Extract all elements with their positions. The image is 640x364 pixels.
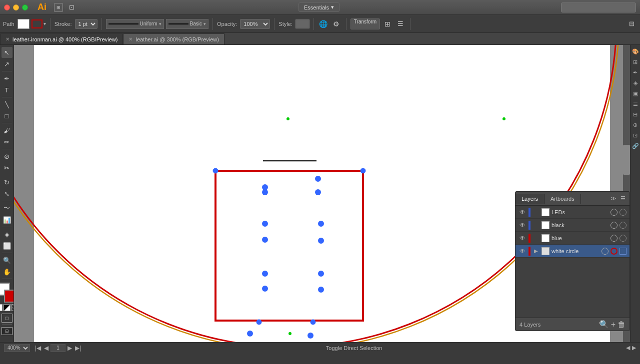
- opacity-select[interactable]: 100%: [240, 19, 270, 29]
- slice-tool[interactable]: ⬜: [2, 240, 12, 251]
- style-preview[interactable]: [296, 19, 310, 28]
- swatches-icon[interactable]: ⊞: [631, 57, 640, 66]
- svg-point-5: [502, 117, 506, 120]
- essentials-button[interactable]: Essentials ▾: [298, 2, 340, 12]
- zoom-select[interactable]: 400%: [4, 344, 30, 352]
- settings-icon[interactable]: ⚙: [331, 18, 342, 29]
- toolbar-icon-1[interactable]: ⊞: [54, 3, 63, 12]
- drawing-mode-icon[interactable]: ◻: [2, 314, 12, 323]
- layer-eye-black[interactable]: 👁: [518, 221, 526, 229]
- layers-expand-icon[interactable]: ≫: [610, 194, 618, 203]
- stroke-style-selector[interactable]: Basic ▾: [166, 19, 208, 29]
- tab-leather-ironman[interactable]: ✕ leather-ironman.ai @ 400% (RGB/Preview…: [0, 33, 123, 44]
- pencil-tool[interactable]: ✏: [2, 136, 12, 147]
- layer-target-white-circle[interactable]: [602, 248, 608, 255]
- stroke-color-selector[interactable]: [32, 19, 42, 28]
- layer-item-leds[interactable]: 👁 LEDs: [516, 206, 630, 219]
- status-actions: ◀ ▶: [626, 345, 636, 351]
- paintbrush-tool[interactable]: 🖌: [2, 125, 12, 136]
- layer-item-white-circle[interactable]: 👁 ▶ white circle: [516, 245, 630, 258]
- layer-expand-blue[interactable]: [532, 235, 540, 242]
- first-artboard-btn[interactable]: |◀: [34, 345, 42, 352]
- scale-tool[interactable]: ⤡: [2, 188, 12, 199]
- scrollbar-thumb[interactable]: [623, 145, 630, 175]
- zoom-tool[interactable]: 🔍: [2, 255, 12, 266]
- color-guide-icon[interactable]: 🎨: [631, 47, 640, 56]
- sep7: [410, 18, 410, 30]
- brush-icon[interactable]: ✒: [631, 68, 640, 77]
- warp-tool[interactable]: 〜: [2, 203, 12, 214]
- layer-target-blue[interactable]: [610, 235, 618, 242]
- toolbar-icon-2[interactable]: ⊡: [66, 2, 77, 13]
- layer-expand-white-circle[interactable]: ▶: [532, 248, 540, 255]
- align-icon[interactable]: ⊞: [382, 18, 393, 29]
- globe-icon[interactable]: 🌐: [318, 18, 329, 29]
- graphic-style-icon[interactable]: ▣: [631, 89, 640, 98]
- layers-tab[interactable]: Layers: [516, 194, 544, 204]
- transform-icon2[interactable]: ⊡: [631, 131, 640, 140]
- layers-menu-icon[interactable]: ☰: [620, 194, 626, 203]
- links-icon[interactable]: 🔗: [631, 141, 640, 150]
- pen-tool[interactable]: ✒: [2, 73, 12, 84]
- artboard-number[interactable]: 1: [50, 344, 66, 352]
- stroke-style-preview: [168, 23, 188, 24]
- appearance-icon[interactable]: ☰: [631, 99, 640, 108]
- status-arrow-right[interactable]: ▶: [632, 345, 636, 351]
- layer-eye-leds[interactable]: 👁: [518, 208, 526, 216]
- type-tool[interactable]: T: [2, 84, 12, 95]
- stroke-type-selector[interactable]: Uniform ▾: [106, 19, 164, 29]
- delete-layer-icon[interactable]: 🗑: [618, 321, 626, 329]
- rect-tool[interactable]: □: [2, 110, 12, 121]
- chevron-down-icon: ▾: [331, 4, 334, 10]
- layer-eye-blue[interactable]: 👁: [518, 234, 526, 242]
- scissors-tool[interactable]: ✂: [2, 162, 12, 173]
- search-layers-icon[interactable]: 🔍: [599, 321, 609, 329]
- direct-select-tool[interactable]: ↗: [2, 58, 12, 69]
- layer-item-blue[interactable]: 👁 blue: [516, 232, 630, 245]
- eraser-tool[interactable]: ⊘: [2, 151, 12, 162]
- align-icon2[interactable]: ⊟: [631, 110, 640, 119]
- minimize-button[interactable]: [13, 4, 19, 10]
- tab-close-2[interactable]: ✕: [128, 36, 132, 42]
- layer-item-black[interactable]: 👁 black: [516, 219, 630, 232]
- arrange-icon[interactable]: ☰: [395, 18, 406, 29]
- stroke-selector-arrow[interactable]: ▾: [44, 21, 46, 26]
- tab-leather[interactable]: ✕ leather.ai @ 300% (RGB/Preview): [123, 33, 224, 44]
- prev-artboard-btn[interactable]: ◀: [43, 345, 50, 352]
- stroke-swatch[interactable]: [4, 290, 14, 303]
- layer-eye-white-circle[interactable]: 👁: [518, 247, 526, 255]
- transform-button[interactable]: Transform: [350, 18, 380, 29]
- maximize-button[interactable]: [22, 4, 28, 10]
- next-artboard-btn[interactable]: ▶: [66, 345, 73, 352]
- layer-color-black: [528, 221, 530, 230]
- blend-tool[interactable]: ◈: [2, 229, 12, 240]
- color-icon[interactable]: □: [0, 304, 2, 311]
- layer-target-leds[interactable]: [610, 209, 618, 216]
- search-box[interactable]: [561, 2, 636, 12]
- grad-icon[interactable]: [4, 304, 10, 311]
- rotate-tool[interactable]: ↻: [2, 177, 12, 188]
- sep5: [314, 18, 314, 30]
- hand-tool[interactable]: ✋: [2, 266, 12, 277]
- pathfinder-icon[interactable]: ⊕: [631, 120, 640, 129]
- stroke-weight-select[interactable]: 1 pt: [75, 19, 98, 29]
- new-layer-icon[interactable]: +: [611, 321, 616, 329]
- status-arrow-left[interactable]: ◀: [626, 345, 630, 351]
- right-panel: 🎨 ⊞ ✒ ◈ ▣ ☰ ⊟ ⊕ ⊡ 🔗: [630, 45, 640, 342]
- last-artboard-btn[interactable]: ▶|: [74, 345, 82, 352]
- layer-target-black[interactable]: [610, 222, 618, 229]
- select-tool[interactable]: ↖: [2, 47, 12, 58]
- layer-expand-black[interactable]: [532, 222, 540, 229]
- screen-mode-icon[interactable]: ⊟: [2, 327, 12, 335]
- close-button[interactable]: [4, 4, 10, 10]
- artboards-tab[interactable]: Artboards: [544, 194, 581, 204]
- line-tool[interactable]: ╲: [2, 99, 12, 110]
- tab-close-1[interactable]: ✕: [6, 36, 10, 42]
- layer-expand-leds[interactable]: [532, 209, 540, 216]
- graph-tool[interactable]: 📊: [2, 214, 12, 225]
- svg-point-25: [247, 331, 253, 337]
- layer-color-leds: [528, 208, 530, 217]
- collapse-icon[interactable]: ⊟: [626, 18, 637, 29]
- symbol-icon[interactable]: ◈: [631, 78, 640, 87]
- fill-color[interactable]: [18, 19, 30, 29]
